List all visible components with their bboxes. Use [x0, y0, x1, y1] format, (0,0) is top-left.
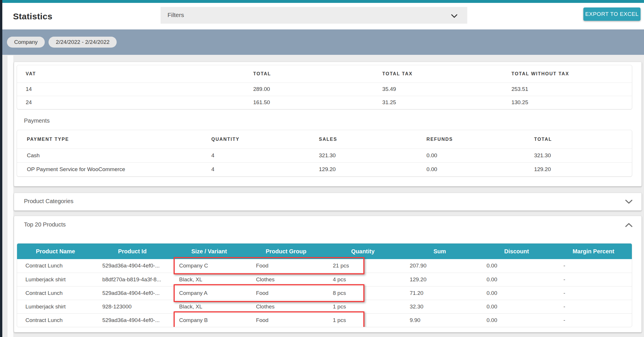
payments-table-box: PAYMENT TYPE QUANTITY SALES REFUNDS TOTA…: [17, 130, 632, 177]
payments-cell: 0.00: [417, 149, 524, 162]
vat-header-row: VAT TOTAL TOTAL TAX TOTAL WITHOUT TAX: [17, 65, 632, 83]
table-row: Lumberjack shirt b8df270a-b819-4a3f-8...…: [17, 273, 632, 286]
payments-col-header: PAYMENT TYPE: [17, 130, 202, 149]
cell: Black, XL: [171, 300, 247, 313]
payments-col-header: QUANTITY: [202, 130, 309, 149]
cell: Food: [247, 313, 324, 327]
payments-col-header: REFUNDS: [417, 130, 524, 149]
table-row: OP Payment Service for WooCommerce 4 129…: [17, 162, 632, 176]
cell: -: [555, 300, 632, 313]
vat-cell: 35.49: [374, 83, 503, 96]
page-title: Statistics: [13, 12, 52, 21]
payments-header-row: PAYMENT TYPE QUANTITY SALES REFUNDS TOTA…: [17, 130, 632, 149]
cell: Food: [247, 259, 324, 273]
vat-cell: 289.00: [245, 83, 374, 96]
chevron-down-icon[interactable]: [625, 199, 633, 205]
product-categories-label: Product Categories: [24, 198, 73, 205]
cell: 4 pcs: [325, 273, 401, 286]
top-products-col-header: Margin Percent: [555, 244, 632, 259]
top-products-header-row: Product Name Product Id Size / Variant P…: [17, 244, 632, 259]
cell: -: [555, 313, 632, 327]
top-products-table-box: Product Name Product Id Size / Variant P…: [17, 243, 632, 327]
cell: Contract Lunch: [17, 259, 94, 273]
product-categories-accordion[interactable]: Product Categories: [14, 193, 642, 211]
cell: 21 pcs: [325, 259, 401, 273]
cell: b8df270a-b819-4a3f-8...: [94, 273, 171, 286]
table-row: 14 289.00 35.49 253.51: [17, 83, 632, 96]
cell: Lumberjack shirt: [17, 273, 94, 286]
cell: 529ad36a-4904-4ef0-...: [94, 259, 171, 273]
cell: 1 pcs: [325, 300, 401, 313]
vat-col-header: TOTAL: [245, 65, 374, 83]
top-products-col-header: Product Id: [94, 244, 171, 259]
top-20-products-label: Top 20 Products: [24, 221, 66, 228]
cell: Company A: [171, 286, 247, 300]
cell: Company B: [171, 313, 247, 327]
table-row: Cash 4 321.30 0.00 321.30: [17, 149, 632, 162]
vat-payments-card: VAT TOTAL TOTAL TAX TOTAL WITHOUT TAX 14…: [14, 62, 642, 186]
cell: 1 pcs: [325, 313, 401, 327]
top-products-col-header: Size / Variant: [171, 244, 247, 259]
vat-col-header: TOTAL WITHOUT TAX: [503, 65, 632, 83]
cell: Black, XL: [171, 273, 247, 286]
payments-cell: 0.00: [417, 162, 524, 176]
filter-chip-company[interactable]: Company: [7, 37, 45, 48]
cell: -: [555, 286, 632, 300]
payments-cell: 4: [202, 162, 309, 176]
table-row: Contract Lunch 529ad36a-4904-4ef0-... Co…: [17, 259, 632, 273]
filters-dropdown[interactable]: Filters: [161, 7, 467, 24]
vat-col-header: TOTAL TAX: [374, 65, 503, 83]
filters-dropdown-label: Filters: [167, 12, 184, 18]
cell: 0.00: [478, 273, 555, 286]
active-filters-band: Company 2/24/2022 - 2/24/2022: [2, 29, 644, 55]
chevron-up-icon[interactable]: [625, 222, 633, 229]
cell: 0.00: [478, 300, 555, 313]
cell: 8 pcs: [325, 286, 401, 300]
cell: Lumberjack shirt: [17, 300, 94, 313]
scrollbar-track[interactable]: [8, 55, 13, 337]
cell: Contract Lunch: [17, 286, 94, 300]
cell: Contract Lunch: [17, 313, 94, 327]
payments-cell: 4: [202, 149, 309, 162]
table-row: 24 161.50 31.25 130.25: [17, 96, 632, 109]
top-products-table: Product Name Product Id Size / Variant P…: [17, 244, 632, 327]
payments-cell: 129.20: [309, 162, 417, 176]
cell: 207.90: [401, 259, 478, 273]
vat-cell: 14: [17, 83, 245, 96]
page-header: Statistics Filters EXPORT TO EXCEL: [2, 3, 644, 29]
payments-col-header: TOTAL: [524, 130, 632, 149]
cell: Clothes: [247, 300, 324, 313]
cell: -: [555, 259, 632, 273]
chevron-down-icon: [451, 14, 457, 19]
top-products-col-header: Discount: [478, 244, 555, 259]
top-products-col-header: Product Name: [17, 244, 94, 259]
main-content: VAT TOTAL TOTAL TAX TOTAL WITHOUT TAX 14…: [2, 55, 644, 337]
payments-cell: Cash: [17, 149, 202, 162]
payments-cell: 321.30: [309, 149, 417, 162]
cell: 0.00: [478, 286, 555, 300]
cell: 9.90: [401, 313, 478, 327]
top-20-products-accordion[interactable]: Top 20 Products Product Name Product Id …: [14, 216, 642, 332]
payments-cell: 129.20: [524, 162, 632, 176]
vat-cell: 24: [17, 96, 245, 109]
cell: 32.30: [401, 300, 478, 313]
payments-cell: 321.30: [524, 149, 632, 162]
vat-cell: 31.25: [374, 96, 503, 109]
cell: Clothes: [247, 273, 324, 286]
cell: 71.20: [401, 286, 478, 300]
cell: Company C: [171, 259, 247, 273]
cell: Food: [247, 286, 324, 300]
payments-cell: OP Payment Service for WooCommerce: [17, 162, 202, 176]
vat-col-header: VAT: [17, 65, 245, 83]
table-row: Contract Lunch 529ad36a-4904-4ef0-... Co…: [17, 286, 632, 300]
cell: 529ad36a-4904-4ef0-...: [94, 313, 171, 327]
payments-col-header: SALES: [309, 130, 417, 149]
cell: 129.20: [401, 273, 478, 286]
table-row: Lumberjack shirt 928-123000 Black, XL Cl…: [17, 300, 632, 313]
vat-cell: 161.50: [245, 96, 374, 109]
vat-table: VAT TOTAL TOTAL TAX TOTAL WITHOUT TAX 14…: [17, 65, 632, 109]
filter-chip-date-range[interactable]: 2/24/2022 - 2/24/2022: [49, 37, 117, 48]
top-products-col-header: Sum: [401, 244, 478, 259]
table-row: Contract Lunch 529ad36a-4904-4ef0-... Co…: [17, 313, 632, 327]
export-to-excel-button[interactable]: EXPORT TO EXCEL: [583, 8, 641, 21]
